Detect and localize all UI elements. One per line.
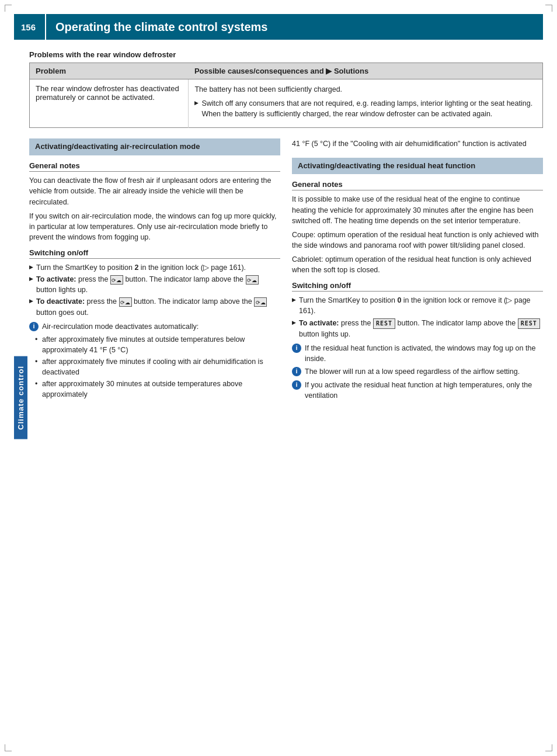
corner-mark-bl — [5, 744, 12, 751]
left-bullet-2: To activate: press the ⟳☁ button. The in… — [29, 274, 280, 295]
sidebar-label-text: Climate control — [14, 356, 27, 439]
page-number: 156 — [14, 14, 46, 40]
left-info-note-1: i Air-recirculation mode deactivates aut… — [29, 321, 280, 332]
right-info-text-2: The blower will run at a low speed regar… — [305, 366, 520, 377]
right-bullet-1-text: Turn the SmartKey to position 0 in the i… — [299, 296, 531, 315]
left-info-text-1: Air-recirculation mode deactivates autom… — [42, 321, 199, 332]
right-bullet-2-text: To activate: press the REST button. The … — [299, 319, 540, 339]
left-bullet-1: Turn the SmartKey to position 2 in the i… — [29, 262, 280, 273]
left-column: Activating/deactivating air-recirculatio… — [29, 138, 280, 403]
right-section-box: Activating/deactivating the residual hea… — [292, 158, 543, 175]
info-icon-4: i — [292, 380, 301, 390]
left-section-box: Activating/deactivating air-recirculatio… — [29, 138, 280, 155]
right-info-text-3: If you activate the residual heat functi… — [305, 380, 543, 401]
left-bullet-3: To deactivate: press the ⟳☁ button. The … — [29, 296, 280, 317]
corner-mark-tl — [5, 5, 12, 12]
left-bullet-3-text: To deactivate: press the ⟳☁ button. The … — [36, 297, 267, 316]
left-general-text-2: If you switch on air-recirculation mode,… — [29, 211, 280, 242]
col-solution-header: Possible causes/consequences and ▶ Solut… — [189, 63, 543, 79]
right-switching-heading: Switching on/off — [292, 281, 543, 292]
sidebar-label: Climate control — [14, 40, 27, 756]
recirc-icon-4: ⟳☁ — [254, 297, 267, 307]
solution-bullet: Switch off any consumers that are not re… — [194, 98, 537, 119]
right-bullet-1: Turn the SmartKey to position 0 in the i… — [292, 295, 543, 316]
right-general-text-3: Cabriolet: optimum operation of the resi… — [292, 254, 543, 275]
left-switching-heading: Switching on/off — [29, 248, 280, 259]
right-column: 41 °F (5 °C) if the "Cooling with air de… — [292, 138, 543, 403]
table-row: The rear window defroster has deactivate… — [30, 79, 543, 128]
problem-cell: The rear window defroster has deactivate… — [30, 79, 189, 128]
right-bullet-2: To activate: press the REST button. The … — [292, 318, 543, 340]
left-general-notes-heading: General notes — [29, 161, 280, 172]
info-icon-1: i — [29, 322, 39, 331]
header-bar: 156 Operating the climate control system… — [14, 14, 543, 40]
col-problem-header: Problem — [30, 63, 189, 79]
problems-heading: Problems with the rear window defroster — [29, 50, 543, 59]
right-switching-bullets: Turn the SmartKey to position 0 in the i… — [292, 295, 543, 339]
recirc-icon-2: ⟳☁ — [246, 275, 259, 285]
left-dot-2: after approximately five minutes if cool… — [35, 356, 280, 377]
recirc-icon-1: ⟳☁ — [110, 275, 123, 285]
left-bullet-2-text: To activate: press the ⟳☁ button. The in… — [36, 275, 259, 294]
solution-bullets: Switch off any consumers that are not re… — [194, 98, 537, 119]
left-dot-list: after approximately five minutes at outs… — [35, 334, 280, 400]
left-dot-1: after approximately five minutes at outs… — [35, 334, 280, 355]
info-icon-2: i — [292, 344, 301, 353]
rest-button-label-2: REST — [518, 318, 540, 330]
right-info-text-1: If the residual heat function is activat… — [305, 343, 543, 364]
solution-intro: The battery has not been sufficiently ch… — [194, 84, 537, 95]
info-icon-3: i — [292, 367, 301, 376]
left-switching-bullets: Turn the SmartKey to position 2 in the i… — [29, 262, 280, 318]
main-content: Problems with the rear window defroster … — [29, 50, 543, 403]
problem-text: The rear window defroster has deactivate… — [36, 84, 179, 102]
corner-mark-br — [545, 744, 552, 751]
problems-table: Problem Possible causes/consequences and… — [29, 63, 543, 128]
right-general-text-1: It is possible to make use of the residu… — [292, 194, 543, 226]
right-general-text-2: Coupe: optimum operation of the residual… — [292, 230, 543, 251]
page-title: Operating the climate control systems — [46, 20, 267, 34]
recirc-icon-3: ⟳☁ — [119, 297, 132, 307]
right-info-note-2: i The blower will run at a low speed reg… — [292, 366, 543, 377]
left-dot-3: after approximately 30 minutes at outsid… — [35, 379, 280, 400]
right-top-text: 41 °F (5 °C) if the "Cooling with air de… — [292, 138, 543, 149]
rest-button-label-1: REST — [373, 318, 395, 330]
right-general-notes-heading: General notes — [292, 180, 543, 190]
right-info-note-1: i If the residual heat function is activ… — [292, 343, 543, 364]
corner-mark-tr — [545, 5, 552, 12]
right-info-note-3: i If you activate the residual heat func… — [292, 380, 543, 401]
left-general-text-1: You can deactivate the flow of fresh air… — [29, 175, 280, 207]
solution-cell: The battery has not been sufficiently ch… — [189, 79, 543, 128]
left-bullet-1-text: Turn the SmartKey to position 2 in the i… — [36, 263, 246, 272]
two-col-layout: Activating/deactivating air-recirculatio… — [29, 138, 543, 403]
